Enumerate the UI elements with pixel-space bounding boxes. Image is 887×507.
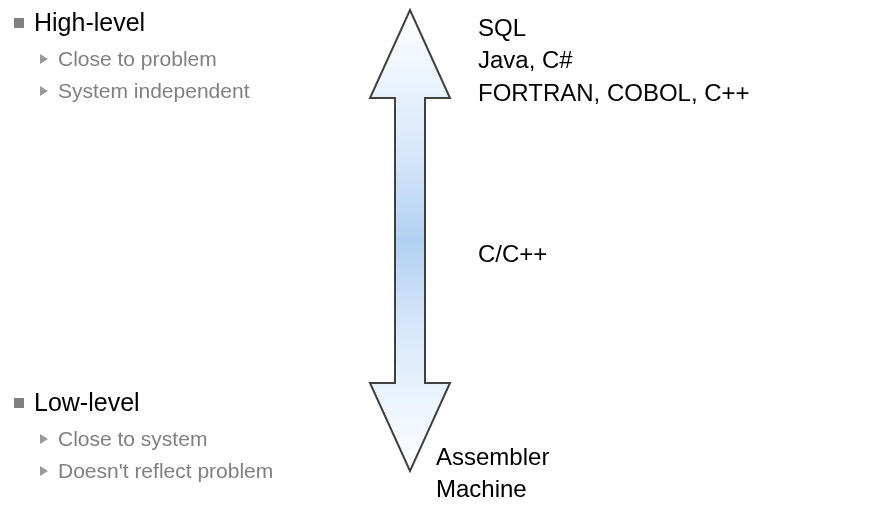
- lang-top-1: Java, C#: [478, 44, 750, 76]
- triangle-bullet-icon: [40, 466, 48, 476]
- triangle-bullet-icon: [40, 54, 48, 64]
- high-level-item-0: Close to problem: [58, 47, 217, 71]
- languages-low: Assembler Machine: [436, 441, 549, 506]
- triangle-bullet-icon: [40, 434, 48, 444]
- high-level-title: High-level: [34, 8, 145, 37]
- high-level-header: High-level: [14, 8, 249, 37]
- low-level-item-0: Close to system: [58, 427, 207, 451]
- lang-top-0: SQL: [478, 12, 750, 44]
- low-level-header: Low-level: [14, 388, 273, 417]
- lang-mid-0: C/C++: [478, 238, 547, 270]
- low-level-item-1: Doesn't reflect problem: [58, 459, 273, 483]
- triangle-bullet-icon: [40, 86, 48, 96]
- square-bullet-icon: [14, 398, 24, 408]
- lang-bottom-0: Assembler: [436, 441, 549, 473]
- list-item: Close to problem: [40, 47, 249, 71]
- high-level-item-1: System independent: [58, 79, 249, 103]
- double-arrow-icon: [365, 8, 455, 473]
- square-bullet-icon: [14, 18, 24, 28]
- languages-mid: C/C++: [478, 238, 547, 270]
- list-item: Close to system: [40, 427, 273, 451]
- list-item: Doesn't reflect problem: [40, 459, 273, 483]
- high-level-section: High-level Close to problem System indep…: [14, 8, 249, 103]
- list-item: System independent: [40, 79, 249, 103]
- low-level-title: Low-level: [34, 388, 140, 417]
- low-level-section: Low-level Close to system Doesn't reflec…: [14, 388, 273, 491]
- lang-bottom-1: Machine: [436, 473, 549, 505]
- languages-high: SQL Java, C# FORTRAN, COBOL, C++: [478, 12, 750, 109]
- lang-top-2: FORTRAN, COBOL, C++: [478, 77, 750, 109]
